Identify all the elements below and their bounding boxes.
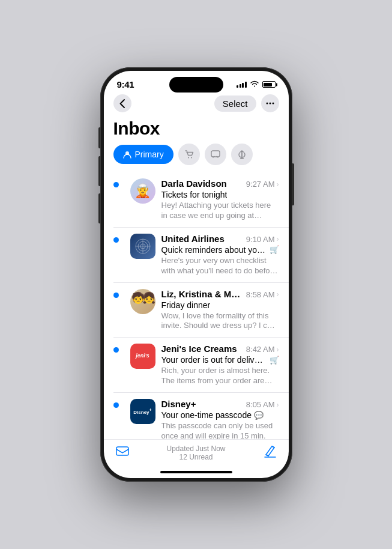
unread-dot [113, 237, 119, 243]
email-preview: Here's your very own checklist with what… [161, 256, 279, 276]
chevron-right-icon: › [277, 345, 279, 354]
back-button[interactable] [113, 94, 131, 112]
sender-name: United Airlines [161, 234, 244, 244]
phone-frame: 9:41 [100, 67, 292, 482]
wifi-icon [250, 80, 259, 89]
unread-indicator [113, 289, 130, 332]
page-title: Inbox [104, 117, 289, 144]
compose-filter-button[interactable] [116, 446, 129, 460]
bottom-bar: Updated Just Now 12 Unread [104, 439, 289, 469]
tab-shopping[interactable] [178, 144, 200, 165]
tab-updates[interactable] [231, 144, 253, 165]
vol-up-button[interactable] [98, 156, 100, 186]
category-tabs: Primary [104, 144, 289, 172]
unread-indicator [113, 399, 130, 439]
email-preview: Rich, your order is almost here. The ite… [161, 366, 279, 386]
avatar-darla: 🧝 [130, 178, 155, 204]
email-content-disney: Disney+ 8:05 AM › Your one-time passcode… [161, 399, 279, 439]
email-item-united[interactable]: United Airlines 9:10 AM › Quick reminder… [113, 228, 289, 283]
email-content-united: United Airlines 9:10 AM › Quick reminder… [161, 234, 279, 276]
unread-indicator [113, 344, 130, 386]
sender-name: Liz, Kristina & Melody [161, 289, 244, 299]
unread-dot [113, 402, 119, 408]
avatar-jenis: jeni's [130, 344, 155, 369]
email-time: 8:58 AM › [246, 290, 279, 299]
unread-count-text: 12 Unread [129, 453, 264, 461]
dynamic-island [169, 77, 223, 93]
unread-dot [113, 293, 119, 298]
svg-point-5 [191, 157, 192, 159]
status-time: 9:41 [117, 79, 134, 89]
unread-indicator [113, 178, 130, 221]
avatar-liz: 🧒 👧 [130, 289, 155, 314]
email-preview: Hey! Attaching your tickets here in case… [161, 201, 279, 221]
svg-point-2 [272, 103, 274, 105]
email-content-liz: Liz, Kristina & Melody 8:58 AM › Friday … [161, 289, 279, 332]
updated-text: Updated Just Now [129, 444, 264, 453]
status-icons [237, 80, 276, 89]
svg-point-4 [188, 157, 189, 159]
email-content-jenis: Jeni's Ice Creams 8:42 AM › Your order i… [161, 344, 279, 386]
signal-icon [237, 82, 247, 88]
svg-point-0 [266, 103, 268, 105]
bottom-status: Updated Just Now 12 Unread [129, 444, 264, 461]
sender-name: Disney+ [161, 399, 244, 409]
svg-rect-14 [116, 447, 128, 455]
email-subject: Friday dinner [161, 300, 211, 310]
chevron-right-icon: › [277, 290, 279, 299]
avatar-united [130, 234, 155, 259]
tab-primary-label: Primary [135, 150, 164, 159]
svg-rect-6 [211, 151, 220, 157]
social-tag-icon: 💬 [254, 411, 264, 420]
email-time: 9:10 AM › [246, 235, 279, 244]
email-content-darla: Darla Davidson 9:27 AM › Tickets for ton… [161, 178, 279, 221]
email-item-disney[interactable]: Disney+ Disney+ 8:05 AM › Your one-time … [113, 393, 289, 439]
email-subject: Your one-time passcode [161, 410, 252, 420]
home-indicator [160, 471, 232, 473]
chevron-right-icon: › [277, 180, 279, 189]
select-button[interactable]: Select [214, 96, 256, 112]
chevron-right-icon: › [277, 401, 279, 409]
more-button[interactable] [261, 94, 279, 112]
chevron-right-icon: › [277, 235, 279, 243]
email-item-darla[interactable]: 🧝 Darla Davidson 9:27 AM › Tickets for t… [113, 172, 289, 228]
tab-social[interactable] [205, 144, 226, 165]
nav-right-controls: Select [214, 94, 279, 112]
avatar-disney: Disney+ [130, 399, 155, 424]
sender-name: Jeni's Ice Creams [161, 344, 244, 354]
email-list: 🧝 Darla Davidson 9:27 AM › Tickets for t… [104, 172, 289, 439]
email-subject: Your order is out for delivery! [161, 355, 267, 365]
unread-dot [113, 182, 119, 187]
shopping-tag-icon: 🛒 [270, 245, 279, 254]
email-preview: Wow, I love the formality of this invite… [161, 311, 279, 332]
unread-dot [113, 347, 119, 353]
tab-primary[interactable]: Primary [113, 145, 173, 164]
power-button[interactable] [292, 163, 294, 205]
svg-point-1 [269, 103, 271, 105]
email-time: 8:42 AM › [246, 345, 279, 354]
shopping-tag-icon-2: 🛒 [270, 356, 279, 365]
navigation-bar: Select [104, 92, 289, 117]
email-item-jenis[interactable]: jeni's Jeni's Ice Creams 8:42 AM › Your … [113, 338, 289, 393]
email-preview: This passcode can only be used once and … [161, 421, 279, 439]
email-subject: Quick reminders about your upcoming… [161, 245, 267, 255]
vol-down-button[interactable] [98, 193, 100, 223]
phone-screen: 9:41 [104, 71, 289, 478]
compose-button[interactable] [264, 445, 277, 461]
email-subject: Tickets for tonight [161, 190, 228, 199]
email-item-liz[interactable]: 🧒 👧 Liz, Kristina & Melody 8:58 AM › Fri… [113, 283, 289, 338]
battery-icon [262, 81, 276, 88]
sender-name: Darla Davidson [161, 178, 244, 189]
email-time: 8:05 AM › [246, 400, 279, 409]
email-time: 9:27 AM › [246, 180, 279, 189]
unread-indicator [113, 234, 130, 276]
